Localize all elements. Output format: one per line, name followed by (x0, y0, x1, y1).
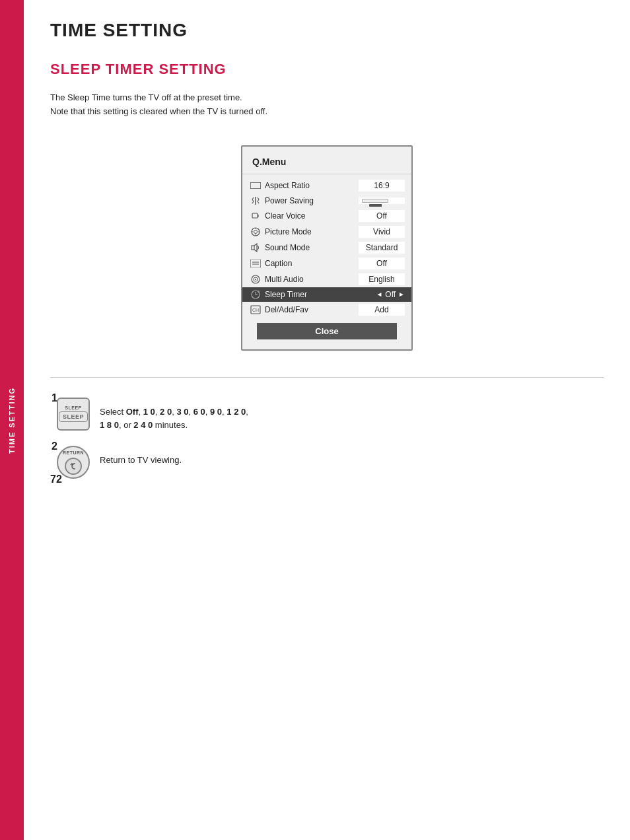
qmenu-close-container: Close (249, 323, 405, 339)
sleep-btn-label: SLEEP (65, 405, 81, 410)
qmenu-value-sleep: ◄ Off ► (376, 290, 405, 299)
picture-icon (249, 227, 262, 237)
qmenu-label-caption: Caption (265, 259, 359, 268)
step-2-text: Return to TV viewing. (100, 446, 182, 468)
page-title: TIME SETTING (50, 20, 604, 41)
qmenu-value-multiaudio: English (359, 273, 405, 285)
qmenu-row-power: Power Saving (242, 193, 411, 208)
qmenu-title: Q.Menu (242, 153, 411, 174)
caption-icon (249, 258, 262, 269)
sleep-button: SLEEP SLEEP (57, 398, 90, 431)
voice-icon (249, 211, 262, 221)
step-1-badge: 1 SLEEP SLEEP (57, 398, 90, 431)
qmenu-label-sound: Sound Mode (265, 243, 359, 252)
del-icon: CH (249, 304, 262, 315)
sleep-value-text: Off (385, 290, 396, 299)
qmenu-value-deladdfav: Add (359, 304, 405, 316)
qmenu-row-deladdfav: CH Del/Add/Fav Add (242, 302, 411, 318)
qmenu-label-clearvoice: Clear Voice (265, 211, 359, 221)
description: The Sleep Time turns the TV off at the p… (50, 91, 604, 119)
svg-line-7 (258, 201, 259, 203)
power-icon (249, 195, 262, 206)
qmenu-panel: Q.Menu Aspect Ratio 16:9 (241, 145, 413, 351)
svg-rect-17 (250, 260, 261, 267)
section-title: SLEEP TIMER SETTING (50, 61, 604, 78)
svg-rect-8 (252, 213, 258, 218)
sleep-btn-inner: SLEEP (59, 411, 88, 422)
sidebar-label: TIME SETTING (8, 387, 16, 454)
qmenu-value-clearvoice: Off (359, 210, 405, 222)
qmenu-row-sleep: Sleep Timer ◄ Off ► (242, 287, 411, 302)
qmenu-label-aspect: Aspect Ratio (265, 181, 359, 190)
svg-line-6 (258, 199, 259, 201)
svg-rect-0 (250, 182, 261, 189)
svg-line-1 (252, 197, 254, 199)
qmenu-label-deladdfav: Del/Add/Fav (265, 305, 359, 314)
svg-point-22 (255, 279, 256, 280)
aspect-icon (249, 180, 262, 191)
qmenu-value-sound: Standard (359, 242, 405, 254)
qmenu-row-sound: Sound Mode Standard (242, 240, 411, 256)
qmenu-label-power: Power Saving (265, 196, 359, 205)
step-1-text: Select Off, 1 0, 2 0, 3 0, 6 0, 9 0, 1 2… (100, 398, 248, 433)
svg-point-11 (254, 230, 258, 233)
arrow-left-icon: ◄ (376, 291, 382, 298)
svg-line-2 (252, 199, 254, 201)
step-2-number: 2 (52, 440, 57, 452)
qmenu-row-picture: Picture Mode Vivid (242, 224, 411, 240)
svg-line-5 (258, 197, 259, 199)
page-number: 72 (50, 473, 62, 485)
step-1: 1 SLEEP SLEEP Select Off, 1 0, 2 0, 3 0,… (57, 398, 604, 433)
qmenu-container: Q.Menu Aspect Ratio 16:9 (50, 145, 604, 351)
qmenu-row-multiaudio: Multi Audio English (242, 271, 411, 287)
sleep-icon (249, 289, 262, 300)
section-divider (50, 377, 604, 378)
close-button[interactable]: Close (257, 323, 397, 339)
steps-container: 1 SLEEP SLEEP Select Off, 1 0, 2 0, 3 0,… (57, 398, 604, 479)
multiaudio-icon (249, 274, 262, 285)
step-2: 2 RETURN Return to TV viewing. (57, 446, 604, 479)
return-btn-label: RETURN (63, 450, 84, 455)
main-content: TIME SETTING SLEEP TIMER SETTING The Sle… (24, 0, 630, 505)
svg-line-3 (252, 201, 254, 203)
svg-rect-16 (252, 246, 254, 250)
qmenu-row-aspect: Aspect Ratio 16:9 (242, 178, 411, 193)
sidebar: TIME SETTING (0, 0, 24, 840)
qmenu-value-power (359, 197, 405, 204)
qmenu-label-multiaudio: Multi Audio (265, 275, 359, 284)
qmenu-value-picture: Vivid (359, 226, 405, 238)
description-line1: The Sleep Time turns the TV off at the p… (50, 91, 604, 105)
sound-icon (249, 242, 262, 253)
qmenu-value-caption: Off (359, 258, 405, 269)
qmenu-value-aspect: 16:9 (359, 180, 405, 192)
description-line2: Note that this setting is cleared when t… (50, 105, 604, 119)
svg-text:CH: CH (252, 308, 259, 312)
arrow-right-icon: ► (398, 291, 405, 298)
qmenu-label-sleep: Sleep Timer (265, 290, 376, 299)
qmenu-row-clearvoice: Clear Voice Off (242, 208, 411, 224)
qmenu-label-picture: Picture Mode (265, 227, 359, 236)
qmenu-row-caption: Caption Off (242, 256, 411, 271)
return-circle-icon (65, 458, 82, 475)
